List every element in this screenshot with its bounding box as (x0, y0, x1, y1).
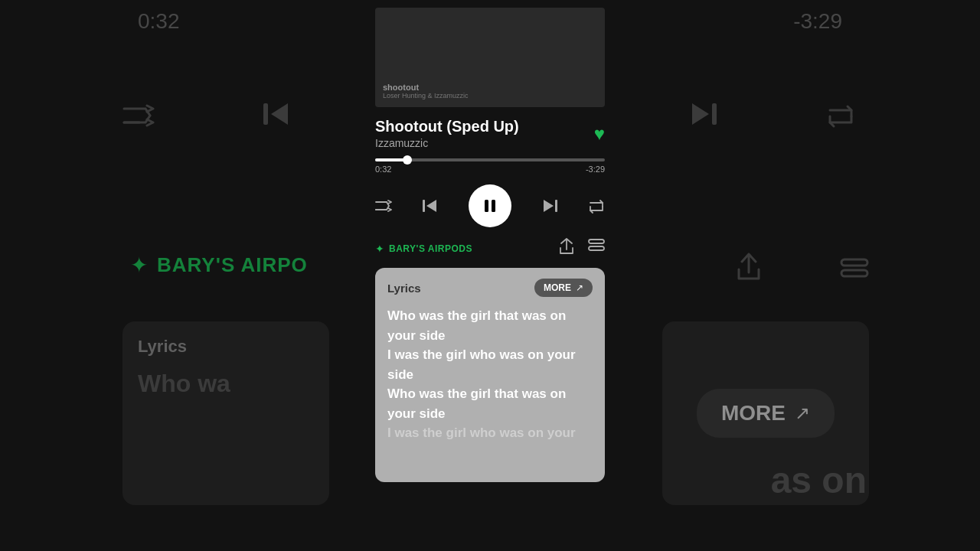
bg-right-more-button: MORE ↗ (697, 389, 835, 438)
lyrics-line-1: Who was the girl that was on (387, 306, 593, 326)
bg-left-timer: 0:32 (138, 9, 180, 34)
svg-rect-9 (492, 200, 495, 212)
shuffle-button[interactable] (375, 200, 392, 212)
device-actions (559, 238, 605, 259)
svg-marker-2 (692, 103, 709, 125)
svg-rect-8 (485, 200, 488, 212)
bg-left-lyrics-box: Lyrics Who wa (122, 321, 329, 505)
like-button[interactable]: ♥ (594, 123, 605, 145)
svg-marker-1 (271, 103, 288, 125)
bg-next-icon (686, 96, 720, 140)
bg-right-lyrics-preview: as on (771, 459, 867, 501)
song-text-group: Shootout (Sped Up) Izzamuzzic (375, 118, 519, 149)
lyrics-expand-icon: ↗ (576, 282, 583, 293)
lyrics-more-button[interactable]: MORE ↗ (534, 279, 593, 297)
album-art-title: shootout (383, 83, 419, 92)
progress-bar-fill (375, 158, 407, 161)
album-art: shootout Loser Hunting & Izzamuzzic (375, 8, 605, 107)
progress-thumb (403, 155, 412, 165)
device-name: BARY'S AIRPODS (389, 243, 472, 254)
pause-button[interactable] (469, 184, 511, 227)
progress-times: 0:32 -3:29 (375, 165, 605, 174)
progress-bar-track[interactable] (375, 158, 605, 161)
bg-prev-icon (260, 96, 294, 140)
lyrics-line-6: your side (387, 404, 593, 424)
svg-rect-0 (263, 103, 268, 125)
lyrics-line-2: your side (387, 326, 593, 346)
lyrics-header: Lyrics MORE ↗ (387, 279, 593, 297)
svg-marker-10 (544, 200, 554, 212)
song-info: Shootout (Sped Up) Izzamuzzic ♥ (375, 118, 605, 149)
bg-right-more-label: MORE (721, 401, 786, 425)
svg-rect-11 (555, 200, 557, 212)
svg-rect-12 (589, 240, 604, 243)
bg-right-expand-icon: ↗ (795, 403, 810, 424)
background-right-panel: -3:29 MORE ↗ (612, 0, 980, 551)
bg-repeat-icon (824, 99, 858, 140)
device-row: ✦ BARY'S AIRPODS (375, 238, 605, 259)
lyrics-line-5: Who was the girl that was on (387, 384, 593, 404)
svg-rect-6 (423, 200, 425, 212)
bg-queue-icon (840, 256, 869, 288)
lyrics-line-4: side (387, 365, 593, 385)
share-button[interactable] (559, 238, 574, 259)
song-title: Shootout (Sped Up) (375, 118, 519, 135)
lyrics-line-7: I was the girl who was on your (387, 423, 593, 443)
song-artist: Izzamuzzic (375, 137, 519, 149)
bg-shuffle-icon (122, 99, 156, 134)
previous-button[interactable] (421, 197, 439, 215)
svg-rect-4 (841, 259, 867, 266)
svg-rect-13 (589, 246, 604, 250)
bg-bluetooth-row: ✦ BARY'S AIRPO (130, 253, 308, 278)
bg-share-icon (736, 253, 762, 288)
svg-rect-3 (712, 103, 717, 125)
lyrics-label: Lyrics (387, 282, 421, 295)
device-info[interactable]: ✦ BARY'S AIRPODS (375, 243, 472, 255)
bg-bluetooth-text: BARY'S AIRPO (157, 253, 308, 277)
bg-bluetooth-icon: ✦ (130, 253, 148, 278)
background-left-panel: 0:32 ✦ BARY'S AIRPO Lyrics Who wa (0, 0, 368, 551)
bluetooth-icon: ✦ (375, 243, 384, 255)
next-button[interactable] (541, 197, 559, 215)
svg-marker-7 (426, 200, 436, 212)
bg-left-lyrics-label: Lyrics (138, 337, 314, 357)
center-player-panel: shootout Loser Hunting & Izzamuzzic Shoo… (368, 0, 612, 551)
album-art-subtitle: Loser Hunting & Izzamuzzic (383, 92, 469, 99)
lyrics-line-3: I was the girl who was on your (387, 345, 593, 365)
lyrics-more-label: MORE (544, 282, 571, 293)
progress-remaining: -3:29 (586, 165, 605, 174)
progress-container: 0:32 -3:29 (375, 158, 605, 174)
lyrics-panel: Lyrics MORE ↗ Who was the girl that was … (375, 268, 605, 482)
bg-right-timer: -3:29 (793, 9, 842, 34)
svg-rect-5 (841, 270, 867, 276)
playback-controls (375, 184, 605, 227)
lyrics-content: Who was the girl that was on your side I… (387, 306, 593, 443)
progress-current: 0:32 (375, 165, 391, 174)
queue-button[interactable] (588, 238, 605, 259)
repeat-button[interactable] (588, 198, 605, 214)
bg-left-lyrics-text: Who wa (138, 369, 314, 398)
